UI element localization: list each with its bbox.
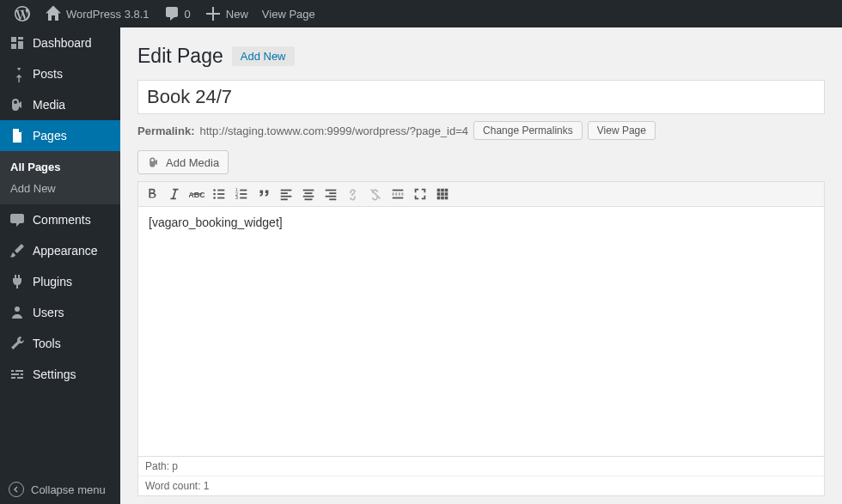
sidebar-item-settings[interactable]: Settings — [0, 359, 120, 390]
submenu-add-new[interactable]: Add New — [0, 178, 120, 199]
sidebar-item-label: Dashboard — [33, 36, 92, 50]
media-icon — [147, 155, 161, 169]
sidebar-item-comments[interactable]: Comments — [0, 204, 120, 235]
svg-rect-14 — [281, 190, 292, 191]
bullet-list-button[interactable] — [209, 184, 229, 204]
sidebar-item-appearance[interactable]: Appearance — [0, 235, 120, 266]
new-label: New — [226, 8, 248, 21]
permalink-label: Permalink: — [137, 124, 194, 137]
comment-icon — [163, 5, 180, 22]
align-center-button[interactable] — [298, 184, 319, 204]
svg-rect-26 — [393, 190, 404, 191]
italic-button[interactable] — [164, 184, 185, 204]
post-title-input[interactable] — [137, 80, 825, 114]
svg-rect-24 — [326, 196, 337, 197]
sidebar-item-users[interactable]: Users — [0, 297, 120, 328]
sidebar-item-label: Posts — [33, 67, 63, 81]
svg-rect-19 — [305, 192, 313, 194]
sidebar-item-tools[interactable]: Tools — [0, 328, 120, 359]
sidebar-item-media[interactable]: Media — [0, 89, 120, 120]
dashboard-icon — [9, 34, 26, 52]
brush-icon — [9, 242, 26, 259]
sidebar-item-plugins[interactable]: Plugins — [0, 266, 120, 297]
svg-point-6 — [213, 197, 216, 199]
strikethrough-button[interactable]: ABC — [186, 184, 207, 204]
comment-icon — [9, 211, 26, 228]
svg-rect-5 — [217, 193, 224, 195]
svg-text:3: 3 — [235, 195, 238, 200]
svg-point-4 — [213, 193, 216, 196]
sidebar-item-posts[interactable]: Posts — [0, 58, 120, 89]
svg-rect-32 — [437, 192, 441, 196]
sidebar-item-label: Tools — [33, 337, 61, 350]
main-content: Edit Page Add New Permalink: http://stag… — [120, 27, 842, 504]
insert-more-button[interactable] — [387, 184, 408, 204]
sidebar-item-label: Pages — [33, 129, 67, 143]
permalink-row: Permalink: http://staging.towww.com:9999… — [137, 121, 825, 140]
page-icon — [9, 127, 26, 144]
svg-rect-13 — [240, 197, 247, 199]
svg-rect-18 — [303, 190, 314, 191]
svg-rect-29 — [437, 189, 441, 192]
home-icon — [45, 5, 62, 22]
svg-rect-22 — [326, 190, 337, 191]
media-icon — [9, 96, 26, 113]
sidebar-submenu-pages: All Pages Add New — [0, 151, 120, 204]
editor: ABC 123 [vagaro_booking_widget] Path: p … — [137, 181, 825, 496]
view-page-button[interactable]: View Page — [588, 121, 656, 140]
editor-wordcount: Word count: 1 — [138, 476, 824, 495]
svg-rect-20 — [303, 196, 314, 197]
sidebar-item-label: Users — [33, 306, 64, 319]
site-name-link[interactable]: WordPress 3.8.1 — [38, 0, 156, 27]
view-page-label: View Page — [262, 8, 315, 21]
collapse-menu[interactable]: Collapse menu — [0, 475, 120, 504]
bold-button[interactable] — [142, 184, 162, 204]
fullscreen-button[interactable] — [410, 184, 430, 204]
comments-link[interactable]: 0 — [156, 0, 198, 27]
svg-point-2 — [213, 189, 216, 191]
pin-icon — [9, 65, 26, 82]
svg-rect-9 — [240, 190, 247, 191]
admin-sidebar: Dashboard Posts Media Pages All Pages Ad… — [0, 27, 120, 504]
svg-rect-17 — [281, 198, 288, 200]
sidebar-item-label: Plugins — [33, 275, 72, 288]
svg-rect-34 — [445, 192, 448, 196]
plus-icon — [204, 5, 222, 22]
add-media-label: Add Media — [166, 156, 219, 169]
editor-content[interactable]: [vagaro_booking_widget] — [138, 207, 824, 456]
collapse-icon — [9, 482, 24, 497]
view-page-link[interactable]: View Page — [255, 0, 322, 27]
svg-rect-11 — [240, 193, 247, 195]
wordpress-icon — [14, 5, 31, 22]
svg-rect-21 — [305, 198, 313, 200]
change-permalinks-button[interactable]: Change Permalinks — [473, 121, 583, 140]
sidebar-item-pages[interactable]: Pages — [0, 120, 120, 151]
link-button[interactable] — [343, 184, 363, 204]
svg-rect-37 — [445, 197, 448, 200]
unlink-button[interactable] — [365, 184, 386, 204]
wp-logo[interactable] — [7, 0, 38, 27]
editor-path: Path: p — [138, 457, 824, 476]
numbered-list-button[interactable]: 123 — [231, 184, 252, 204]
submenu-all-pages[interactable]: All Pages — [0, 156, 120, 178]
plug-icon — [9, 273, 26, 290]
editor-toolbar: ABC 123 — [138, 182, 824, 207]
site-name-text: WordPress 3.8.1 — [66, 8, 149, 21]
user-icon — [9, 304, 26, 321]
sidebar-item-dashboard[interactable]: Dashboard — [0, 27, 120, 58]
sidebar-item-label: Appearance — [33, 244, 98, 258]
align-right-button[interactable] — [320, 184, 341, 204]
align-left-button[interactable] — [276, 184, 296, 204]
permalink-url: http://staging.towww.com:9999/wordpress/… — [199, 124, 468, 137]
svg-rect-25 — [329, 198, 336, 200]
page-title: Edit Page — [137, 45, 223, 68]
svg-rect-3 — [217, 190, 224, 191]
add-media-button[interactable]: Add Media — [137, 150, 229, 174]
svg-rect-30 — [441, 189, 444, 192]
blockquote-button[interactable] — [253, 184, 274, 204]
toolbar-toggle-button[interactable] — [432, 184, 453, 204]
svg-rect-36 — [441, 197, 444, 200]
new-content-link[interactable]: New — [198, 0, 255, 27]
svg-rect-15 — [281, 192, 288, 194]
add-new-button[interactable]: Add New — [232, 46, 295, 66]
